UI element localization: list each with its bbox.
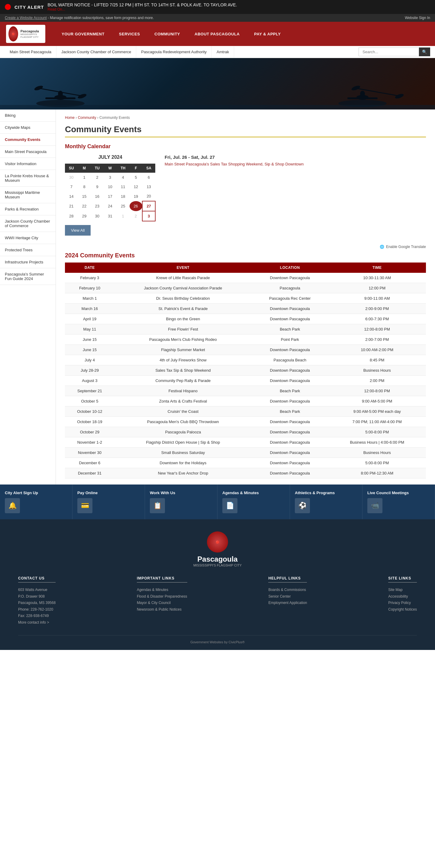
footer-bottom: Government Websites by CivicPlus® [18, 635, 417, 644]
sidebar-item-parks[interactable]: Parks & Recreation [0, 203, 56, 215]
footer-link-agendas[interactable]: Agendas & Minutes [137, 587, 187, 593]
footer-link-accessibility[interactable]: Accessibility [388, 593, 417, 600]
nav-pay-apply[interactable]: PAY & APPLY [247, 22, 288, 46]
breadcrumb-community[interactable]: Community [78, 116, 96, 120]
cal-day[interactable]: 18 [116, 191, 130, 201]
cal-day[interactable]: 21 [65, 201, 78, 211]
cal-day[interactable]: 1 [116, 211, 130, 221]
table-row: October 18-19 Pascagoula Men's Club BBQ … [65, 417, 426, 427]
cal-day[interactable]: 13 [142, 182, 155, 191]
cal-day[interactable]: 14 [65, 191, 78, 201]
search-input[interactable] [359, 48, 419, 56]
footer-link-sitemap[interactable]: Site Map [388, 587, 417, 593]
main-content: Home › Community › Community Events Comm… [56, 110, 435, 485]
footer-quick-pay-online[interactable]: Pay Online 💳 [72, 485, 145, 519]
footer-more-contact[interactable]: More contact info > [18, 619, 56, 626]
event-date-cell: November 1-2 [65, 437, 114, 447]
quick-link-main-street[interactable]: Main Street Pascagoula [5, 46, 57, 58]
cal-day[interactable]: 29 [78, 211, 91, 221]
cal-day[interactable]: 28 [65, 211, 78, 221]
cal-day-27[interactable]: 27 [142, 201, 155, 211]
cal-day[interactable]: 22 [78, 201, 91, 211]
sidebar-item-main-street[interactable]: Main Street Pascagoula [0, 146, 56, 158]
footer-fax: Fax: 228-938-6749 [18, 613, 56, 619]
nav-community[interactable]: COMMUNITY [147, 22, 187, 46]
cal-day[interactable]: 24 [104, 201, 116, 211]
sidebar-item-biking[interactable]: Biking [0, 110, 56, 122]
sidebar-item-infrastructure[interactable]: Infrastructure Projects [0, 256, 56, 268]
sidebar-item-citywide-maps[interactable]: Citywide Maps [0, 122, 56, 134]
cal-day[interactable]: 31 [104, 211, 116, 221]
sidebar-item-chamber[interactable]: Jackson County Chamber of Commerce [0, 215, 56, 232]
nav-about[interactable]: ABOUT PASCAGOULA [187, 22, 247, 46]
footer-quick-work-with-us[interactable]: Work With Us 📋 [145, 485, 218, 519]
cal-day-26[interactable]: 26 [130, 201, 142, 211]
nav-services[interactable]: SERVICES [112, 22, 147, 46]
cal-day[interactable]: 10 [104, 182, 116, 191]
quick-link-chamber[interactable]: Jackson County Chamber of Commerce [57, 46, 136, 58]
footer-quick-city-alert[interactable]: City Alert Sign Up 🔔 [0, 485, 72, 519]
cal-day[interactable]: 23 [91, 201, 104, 211]
logo-area[interactable]: 🔴 Pascagoula MISSISSIPPI'S FLAGSHIP CITY [6, 25, 45, 43]
footer-link-copyright[interactable]: Copyright Notices [388, 607, 417, 613]
cal-day[interactable]: 8 [78, 182, 91, 191]
cal-day[interactable]: 3 [104, 173, 116, 182]
signin-link[interactable]: Website Sign In [405, 16, 430, 20]
cal-day[interactable]: 30 [91, 211, 104, 221]
cal-day[interactable]: 11 [116, 182, 130, 191]
cal-day[interactable]: 17 [104, 191, 116, 201]
cal-day[interactable]: 1 [78, 173, 91, 182]
cal-day[interactable]: 15 [78, 191, 91, 201]
event-location-cell: Beach Park [252, 386, 328, 396]
cal-day[interactable]: 4 [116, 173, 130, 182]
translate-label[interactable]: Enable Google Translate [386, 245, 426, 249]
quick-link-redevelopment[interactable]: Pascagoula Redevelopment Authority [136, 46, 212, 58]
nav-your-government[interactable]: YOUR GOVERNMENT [55, 22, 112, 46]
breadcrumb-home[interactable]: Home [65, 116, 75, 120]
footer-link-mayor[interactable]: Mayor & City Council [137, 600, 187, 607]
cal-day[interactable]: 2 [91, 173, 104, 182]
create-account-link[interactable]: Create a Website Account [5, 16, 47, 20]
alert-read-link[interactable]: Read On... [48, 7, 237, 11]
event-link[interactable]: Main Street Pascagoula's Sales Tax Shopp… [165, 162, 304, 166]
cal-day[interactable]: 12 [130, 182, 142, 191]
event-date-cell: October 5 [65, 396, 114, 406]
footer-link-flood[interactable]: Flood & Disaster Preparedness [137, 593, 187, 600]
footer-quick-agendas[interactable]: Agendas & Minutes 📄 [218, 485, 290, 519]
sidebar-item-maritime[interactable]: Mississippi Maritime Museum [0, 187, 56, 203]
video-icon: 📹 [367, 498, 382, 513]
footer-contact-heading: CONTACT US [18, 576, 56, 583]
sidebar-item-wwii[interactable]: WWII Heritage City [0, 232, 56, 244]
event-location-cell: Downtown Pascagoula [252, 376, 328, 386]
footer-link-senior[interactable]: Senior Center [268, 593, 307, 600]
cal-day[interactable]: 5 [130, 173, 142, 182]
search-button[interactable]: 🔍 [419, 48, 430, 56]
cal-day[interactable]: 25 [116, 201, 130, 211]
footer-link-boards[interactable]: Boards & Commissions [268, 587, 307, 593]
footer-quick-council[interactable]: Live Council Meetings 📹 [363, 485, 435, 519]
cal-day[interactable]: 9 [91, 182, 104, 191]
cal-day[interactable]: 19 [130, 191, 142, 201]
cal-day[interactable]: 16 [91, 191, 104, 201]
sidebar-item-protected-trees[interactable]: Protected Trees [0, 244, 56, 256]
sidebar-item-la-pointe[interactable]: La Pointe Krebs House & Museum [0, 170, 56, 187]
table-row: October 5 Zonta Arts & Crafts Festival D… [65, 396, 426, 406]
sidebar-item-summer-guide[interactable]: Pascagoula's Summer Fun Guide 2024 [0, 268, 56, 285]
view-all-button[interactable]: View All [65, 225, 91, 236]
cal-day[interactable]: 6 [142, 173, 155, 182]
cal-day[interactable]: 20 [142, 191, 155, 201]
sidebar-item-visitor-info[interactable]: Visitor Information [0, 158, 56, 170]
footer-link-newsroom[interactable]: Newsroom & Public Notices [137, 607, 187, 613]
sidebar-item-community-events[interactable]: Community Events [0, 134, 56, 146]
alert-title: CITY ALERT [14, 4, 44, 10]
cal-day[interactable]: 7 [65, 182, 78, 191]
table-row: February 3 Krewe of Little Rascals Parad… [65, 273, 426, 283]
footer-link-privacy[interactable]: Privacy Policy [388, 600, 417, 607]
cal-day-3[interactable]: 3 [142, 211, 155, 221]
footer-quick-athletics[interactable]: Athletics & Programs ⚽ [290, 485, 363, 519]
cal-day[interactable]: 30 [65, 173, 78, 182]
col-location: LOCATION [252, 262, 328, 273]
footer-link-employment[interactable]: Employment Application [268, 600, 307, 607]
cal-day[interactable]: 2 [130, 211, 142, 221]
quick-link-amtrak[interactable]: Amtrak [212, 46, 234, 58]
